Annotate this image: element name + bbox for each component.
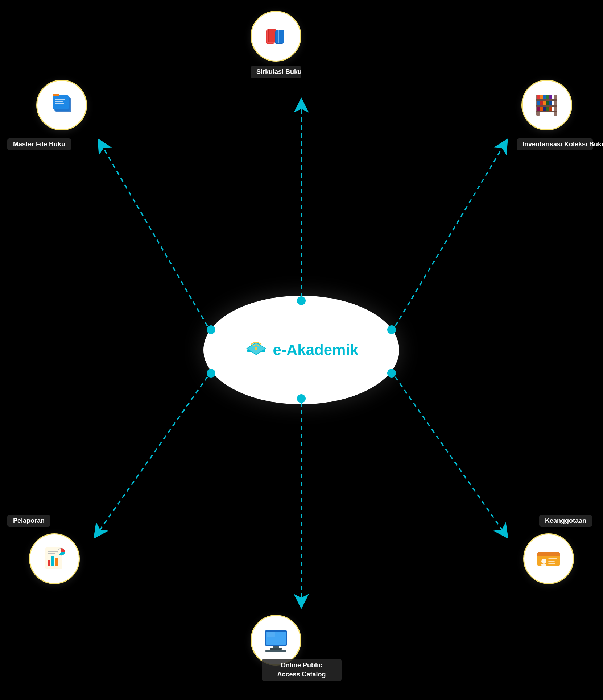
svg-rect-52 xyxy=(48,560,50,566)
node-inventarisasi[interactable] xyxy=(521,80,572,130)
dot-bottom-left xyxy=(207,369,215,378)
svg-rect-31 xyxy=(549,101,552,105)
svg-rect-63 xyxy=(55,103,64,104)
files-icon xyxy=(47,91,76,120)
connector-top-right xyxy=(395,145,504,326)
node-sirkulasi-buku[interactable] xyxy=(251,11,301,62)
node-master-file-buku[interactable] xyxy=(36,80,87,130)
svg-rect-32 xyxy=(537,107,540,111)
svg-rect-39 xyxy=(537,555,560,556)
svg-rect-61 xyxy=(55,99,65,100)
svg-rect-36 xyxy=(549,107,552,111)
label-pelaporan: Pelaporan xyxy=(7,515,50,527)
svg-rect-29 xyxy=(543,101,546,105)
svg-rect-47 xyxy=(267,632,275,637)
svg-rect-41 xyxy=(541,564,546,566)
connector-bottom-right xyxy=(395,377,504,533)
dot-top xyxy=(297,296,306,305)
label-opac: Online PublicAccess Catalog xyxy=(262,659,342,681)
node-opac[interactable] xyxy=(251,615,301,666)
svg-rect-25 xyxy=(546,95,549,99)
svg-rect-24 xyxy=(543,95,546,99)
svg-rect-64 xyxy=(53,94,59,96)
label-inventarisasi: Inventarisasi Koleksi Buku xyxy=(517,138,593,150)
dot-top-left xyxy=(207,325,215,334)
svg-rect-33 xyxy=(540,107,543,111)
svg-point-40 xyxy=(541,559,546,564)
computer-icon xyxy=(261,626,290,655)
svg-rect-35 xyxy=(546,107,549,111)
dot-bottom xyxy=(297,394,306,403)
svg-rect-56 xyxy=(48,553,55,554)
report-icon xyxy=(40,544,69,573)
svg-rect-22 xyxy=(537,95,540,99)
svg-rect-42 xyxy=(548,558,557,559)
svg-rect-21 xyxy=(536,111,557,112)
svg-rect-54 xyxy=(55,558,58,566)
svg-rect-28 xyxy=(540,101,543,105)
books-icon xyxy=(261,22,290,51)
svg-rect-26 xyxy=(549,95,552,99)
connector-bottom-left xyxy=(98,377,207,533)
label-master-file-buku: Master File Buku xyxy=(7,138,71,150)
svg-rect-53 xyxy=(51,556,54,566)
label-keanggotaan: Keanggotaan xyxy=(539,515,592,527)
connectors-svg xyxy=(0,0,603,700)
svg-rect-20 xyxy=(536,105,557,107)
svg-rect-50 xyxy=(265,650,286,652)
svg-rect-19 xyxy=(536,99,557,101)
svg-rect-30 xyxy=(546,101,549,105)
svg-rect-43 xyxy=(548,561,555,562)
bookshelf-icon xyxy=(532,91,561,120)
svg-rect-55 xyxy=(48,551,58,552)
svg-rect-27 xyxy=(537,101,540,105)
svg-rect-14 xyxy=(276,30,284,43)
svg-rect-49 xyxy=(270,648,282,650)
membership-icon xyxy=(534,544,563,573)
node-pelaporan[interactable] xyxy=(29,533,80,584)
label-sirkulasi-buku: Sirkulasi Buku xyxy=(251,66,301,78)
svg-rect-23 xyxy=(540,95,543,99)
diagram-container: e-Akademik Sirkulasi Buku xyxy=(0,0,603,700)
connector-top-left xyxy=(102,145,207,326)
node-keanggotaan[interactable] xyxy=(523,533,574,584)
svg-rect-34 xyxy=(543,107,546,111)
svg-rect-16 xyxy=(268,29,269,42)
dot-bottom-right xyxy=(387,369,396,378)
svg-rect-44 xyxy=(548,563,555,564)
dot-top-right xyxy=(387,325,396,334)
svg-rect-62 xyxy=(55,101,63,102)
